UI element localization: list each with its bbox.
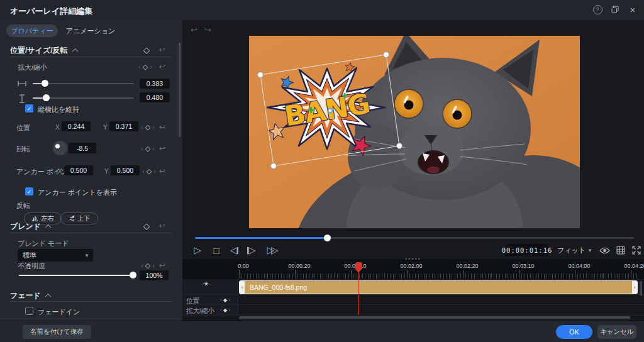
chevron-up-icon[interactable] xyxy=(45,224,52,231)
opacity-field[interactable]: 100% xyxy=(140,270,169,280)
seek-bar-knob[interactable] xyxy=(324,234,331,241)
scale-x-field[interactable]: 0.383 xyxy=(140,79,170,89)
tab-animation[interactable]: アニメーション xyxy=(65,25,116,37)
anchor-keyframe-controls: ‹◇› xyxy=(142,168,156,175)
ok-button[interactable]: OK xyxy=(556,325,592,339)
blend-reset-icon[interactable]: ↩ xyxy=(159,222,165,229)
rotation-field[interactable]: -8.5 xyxy=(69,143,96,153)
next-keyframe-icon[interactable]: › xyxy=(228,297,230,303)
show-anchor-checkbox[interactable]: ✓ xyxy=(25,187,33,196)
zoom-fit-value: フィット xyxy=(555,246,587,255)
overlay-track-icon: ·* xyxy=(203,280,208,292)
keyframe-diamond-icon[interactable]: ◇ xyxy=(147,168,152,175)
opacity-label: 不透明度 xyxy=(18,262,45,271)
position-row-keyframe-nav: ‹◆› xyxy=(220,297,230,303)
rotation-label: 回転 xyxy=(16,145,30,154)
grid-icon[interactable] xyxy=(615,245,626,256)
panel-scrollbar[interactable] xyxy=(179,43,180,137)
prev-keyframe-icon[interactable]: ‹ xyxy=(220,307,222,313)
selection-handle xyxy=(258,72,264,78)
position-y-field[interactable]: 0.371 xyxy=(109,121,138,131)
save-as-button[interactable]: 名前を付けて保存 xyxy=(23,325,91,339)
keyframe-diamond-icon[interactable]: ◇ xyxy=(143,46,150,54)
position-x-field[interactable]: 0.244 xyxy=(62,121,91,131)
play-button[interactable]: ▷ xyxy=(191,244,204,256)
position-reset-icon[interactable]: ↩ xyxy=(159,123,165,131)
prev-keyframe-icon[interactable]: ‹ xyxy=(141,124,143,131)
chevron-down-icon: ▼ xyxy=(587,248,594,253)
opacity-slider-knob[interactable] xyxy=(130,272,136,279)
timecode-display[interactable]: 00:00:01:16 xyxy=(506,244,548,256)
title-bar: オーバーレイ詳細編集 ? × xyxy=(0,0,644,21)
prev-keyframe-icon[interactable]: ‹ xyxy=(142,168,145,175)
fast-forward-button[interactable]: ▷▷ xyxy=(263,244,279,256)
next-keyframe-icon[interactable]: › xyxy=(153,168,156,175)
anchor-x-field[interactable]: 0.500 xyxy=(64,165,93,175)
stop-button[interactable]: □ xyxy=(210,244,223,256)
scale-keyframe-controls: ‹◇› xyxy=(138,63,152,70)
keyframe-diamond-icon[interactable]: ◇ xyxy=(143,63,148,70)
anchor-point-dot xyxy=(328,109,332,113)
scale-reset-icon[interactable]: ↩ xyxy=(159,63,165,70)
chevron-up-icon[interactable] xyxy=(72,48,78,55)
video-canvas[interactable]: BANG xyxy=(249,36,580,228)
fullscreen-icon[interactable] xyxy=(631,245,642,256)
rotation-dial[interactable] xyxy=(53,141,67,155)
eye-icon[interactable] xyxy=(599,245,610,256)
keyframe-diamond-icon[interactable]: ◇ xyxy=(143,222,150,230)
divider xyxy=(10,57,172,57)
rotation-reset-icon[interactable]: ↩ xyxy=(159,145,165,152)
position-y-label: Y xyxy=(103,124,108,131)
restore-window-icon[interactable] xyxy=(610,4,620,14)
chevron-down-icon: ▼ xyxy=(80,253,93,258)
prev-keyframe-icon[interactable]: ‹ xyxy=(220,297,222,303)
scale-x-slider-knob[interactable] xyxy=(42,80,48,87)
next-keyframe-icon[interactable]: › xyxy=(150,63,152,70)
cancel-button[interactable]: キャンセル xyxy=(597,325,636,339)
redo-icon[interactable]: ↪ xyxy=(204,25,211,35)
scale-y-slider-knob[interactable] xyxy=(43,94,50,101)
chevron-up-icon[interactable] xyxy=(45,294,51,300)
keyframe-diamond-icon[interactable]: ◇ xyxy=(145,145,150,152)
clip-right-trim-handle[interactable]: › xyxy=(632,281,637,294)
keyframe-diamond-icon[interactable]: ◇ xyxy=(145,124,150,131)
clip-left-trim-handle[interactable]: ‹ xyxy=(240,281,245,294)
blend-mode-value: 標準 xyxy=(18,251,80,260)
undo-icon[interactable]: ↩ xyxy=(191,25,197,35)
help-icon[interactable]: ? xyxy=(592,4,602,14)
prev-keyframe-icon[interactable]: ‹ xyxy=(138,63,141,70)
vertical-scrollbar[interactable] xyxy=(640,281,642,296)
keyframe-diamond-icon[interactable]: ◇ xyxy=(145,262,150,269)
anchor-x-label: X xyxy=(58,168,62,175)
blend-mode-dropdown[interactable]: 標準 ▼ xyxy=(18,249,93,262)
track-row-position-label: 位置 xyxy=(186,297,199,306)
zoom-fit-dropdown[interactable]: フィット ▼ xyxy=(555,244,594,256)
prev-keyframe-icon[interactable]: ‹ xyxy=(141,145,143,152)
overlay-edit-dialog: オーバーレイ詳細編集 ? × プロパティー アニメーション 位置/サイズ/反転 … xyxy=(0,0,644,342)
next-frame-button[interactable]: ▷ xyxy=(245,244,258,256)
next-keyframe-icon[interactable]: › xyxy=(152,145,155,152)
fade-in-checkbox[interactable] xyxy=(25,307,33,315)
keyframe-diamond-icon[interactable]: ◆ xyxy=(223,297,227,303)
horizontal-scrollbar[interactable] xyxy=(239,316,630,319)
selection-handle xyxy=(397,143,402,149)
anchor-y-field[interactable]: 0.500 xyxy=(111,165,140,175)
next-keyframe-icon[interactable]: › xyxy=(228,307,230,313)
flip-vertical-button[interactable]: 上下 xyxy=(60,212,98,224)
keyframe-diamond-icon[interactable]: ◆ xyxy=(223,307,227,313)
overlay-clip[interactable]: BANG_000-fs8.png ‹ › xyxy=(239,280,638,294)
anchor-reset-icon[interactable]: ↩ xyxy=(159,167,165,175)
previous-frame-button[interactable]: ◁ xyxy=(228,244,240,256)
tab-properties[interactable]: プロパティー xyxy=(6,25,58,37)
transform-reset-icon[interactable]: ↩ xyxy=(159,46,165,53)
next-keyframe-icon[interactable]: › xyxy=(152,262,155,269)
blend-keyframe-controls: ◇ xyxy=(143,222,150,230)
keep-aspect-checkbox[interactable]: ✓ xyxy=(25,104,33,113)
opacity-reset-icon[interactable]: ↩ xyxy=(159,262,165,269)
next-keyframe-icon[interactable]: › xyxy=(152,124,155,131)
prev-keyframe-icon[interactable]: ‹ xyxy=(141,262,143,269)
close-icon[interactable]: × xyxy=(628,4,638,14)
scale-y-field[interactable]: 0.480 xyxy=(140,92,170,102)
timeline-ruler[interactable]: 0:00 00:00:20 00:01:10 00:02:00 00:02:20… xyxy=(182,260,644,279)
flip-label: 反転 xyxy=(16,201,30,211)
